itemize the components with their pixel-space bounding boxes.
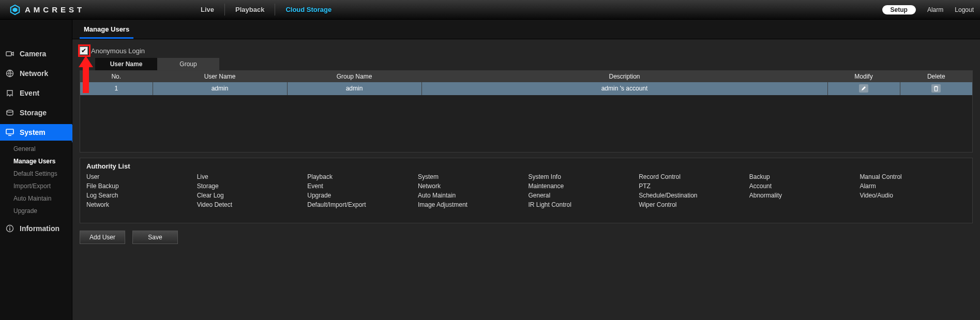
table-filler	[80, 95, 972, 152]
brand-text: AMCREST	[25, 5, 85, 14]
page-tabbar: Manage Users	[72, 20, 980, 39]
globe-icon	[5, 69, 14, 78]
auth-item: IR Light Control	[529, 200, 635, 209]
sidebar-item-label: Network	[20, 69, 48, 78]
col-username: User Name	[153, 71, 287, 82]
top-nav: Live Playback Cloud Storage	[190, 4, 342, 16]
col-description: Description	[421, 71, 827, 82]
sidebar-item-label: System	[20, 128, 46, 136]
right-nav: Setup Alarm Logout	[882, 5, 974, 14]
sub-item-import-export[interactable]: Import/Export	[13, 180, 72, 192]
svg-rect-2	[6, 52, 11, 56]
auth-item: File Backup	[86, 181, 193, 191]
auth-item	[749, 200, 856, 209]
auth-item: Wiper Control	[639, 200, 745, 209]
header: AMCREST Live Playback Cloud Storage Setu…	[0, 0, 980, 20]
auth-item: Network	[418, 181, 524, 191]
content: ✔ Anonymous Login User Name Group No.	[72, 39, 980, 254]
nav-playback[interactable]: Playback	[225, 4, 275, 16]
auth-item: Backup	[749, 172, 856, 181]
col-no: No.	[80, 71, 153, 82]
auth-item: Record Control	[639, 172, 745, 181]
logo: AMCREST	[9, 4, 113, 16]
auth-item: Manual Control	[860, 172, 966, 181]
subtab-username[interactable]: User Name	[95, 58, 157, 70]
sidebar-sublist-system: General Manage Users Default Settings Im…	[0, 143, 72, 217]
nav-logout[interactable]: Logout	[955, 6, 974, 13]
nav-cloud-storage[interactable]: Cloud Storage	[275, 4, 342, 16]
sidebar-item-label: Event	[20, 89, 39, 97]
sidebar-item-label: Camera	[20, 50, 46, 58]
auth-item: Default/Import/Export	[307, 200, 414, 209]
edit-icon[interactable]	[859, 84, 868, 93]
table-row[interactable]: 1 admin admin admin 's account	[80, 82, 972, 95]
sub-item-manage-users[interactable]: Manage Users	[13, 155, 72, 167]
users-table-wrap: No. User Name Group Name Description Mod…	[80, 70, 973, 153]
system-icon	[5, 129, 14, 136]
sidebar-item-system[interactable]: System	[0, 124, 72, 141]
sub-item-general[interactable]: General	[13, 143, 72, 155]
auth-item: Log Search	[86, 191, 193, 200]
sub-item-auto-maintain[interactable]: Auto Maintain	[13, 192, 72, 205]
svg-point-7	[9, 226, 10, 227]
storage-icon	[5, 110, 14, 116]
col-groupname: Group Name	[287, 71, 421, 82]
sidebar-item-event[interactable]: Event	[0, 85, 72, 101]
auth-item: Network	[86, 200, 193, 209]
cell-no: 1	[80, 82, 153, 95]
auth-item: General	[529, 191, 635, 200]
auth-item: Alarm	[860, 181, 966, 191]
button-row: Add User Save	[80, 231, 973, 244]
cell-description: admin 's account	[421, 82, 827, 95]
auth-item: Playback	[307, 172, 414, 181]
svg-marker-1	[12, 7, 17, 12]
trash-icon[interactable]	[931, 84, 941, 93]
sidebar-item-information[interactable]: Information	[0, 220, 72, 237]
tab-manage-users[interactable]: Manage Users	[80, 20, 133, 39]
sub-item-default[interactable]: Default Settings	[13, 167, 72, 180]
event-icon	[5, 89, 14, 97]
cell-username: admin	[153, 82, 287, 95]
auth-item: Storage	[197, 181, 304, 191]
nav-live[interactable]: Live	[190, 4, 225, 16]
cell-groupname: admin	[287, 82, 421, 95]
authority-title: Authority List	[80, 158, 972, 171]
save-button[interactable]: Save	[132, 231, 178, 244]
auth-item: Schedule/Destination	[639, 191, 745, 200]
subtab-group[interactable]: Group	[157, 58, 219, 70]
svg-point-4	[7, 110, 13, 112]
user-group-subtabs: User Name Group	[80, 58, 973, 70]
users-table: No. User Name Group Name Description Mod…	[80, 71, 972, 152]
svg-rect-5	[6, 129, 13, 134]
sidebar-item-network[interactable]: Network	[0, 65, 72, 82]
auth-item: Video/Audio	[860, 191, 966, 200]
main: Manage Users ✔ Anonymous Login User Name…	[72, 20, 980, 320]
anonymous-login-label: Anonymous Login	[91, 47, 145, 55]
auth-item: PTZ	[639, 181, 745, 191]
sidebar-item-camera[interactable]: Camera	[0, 45, 72, 62]
auth-item: System Info	[529, 172, 635, 181]
auth-item: Image Adjustment	[418, 200, 524, 209]
auth-item: Event	[307, 181, 414, 191]
auth-item: Upgrade	[307, 191, 414, 200]
sub-item-upgrade[interactable]: Upgrade	[13, 205, 72, 217]
auth-item: Video Detect	[197, 200, 304, 209]
auth-item: Account	[749, 181, 856, 191]
auth-item: Live	[197, 172, 304, 181]
anonymous-login-checkbox[interactable]: ✔	[80, 47, 88, 55]
sidebar-item-label: Information	[20, 224, 59, 233]
sidebar: Camera Network Event Storage System	[0, 20, 72, 320]
auth-item: Maintenance	[529, 181, 635, 191]
nav-setup[interactable]: Setup	[882, 5, 916, 14]
col-modify: Modify	[827, 71, 900, 82]
nav-alarm[interactable]: Alarm	[927, 6, 943, 13]
auth-item: User	[86, 172, 193, 181]
add-user-button[interactable]: Add User	[80, 231, 125, 244]
auth-item: Auto Maintain	[418, 191, 524, 200]
sidebar-item-storage[interactable]: Storage	[0, 104, 72, 121]
anonymous-login-row: ✔ Anonymous Login	[80, 47, 973, 55]
col-delete: Delete	[900, 71, 972, 82]
info-icon	[5, 224, 14, 233]
cell-delete	[900, 82, 972, 95]
authority-panel: Authority List User Live Playback System…	[80, 158, 973, 223]
